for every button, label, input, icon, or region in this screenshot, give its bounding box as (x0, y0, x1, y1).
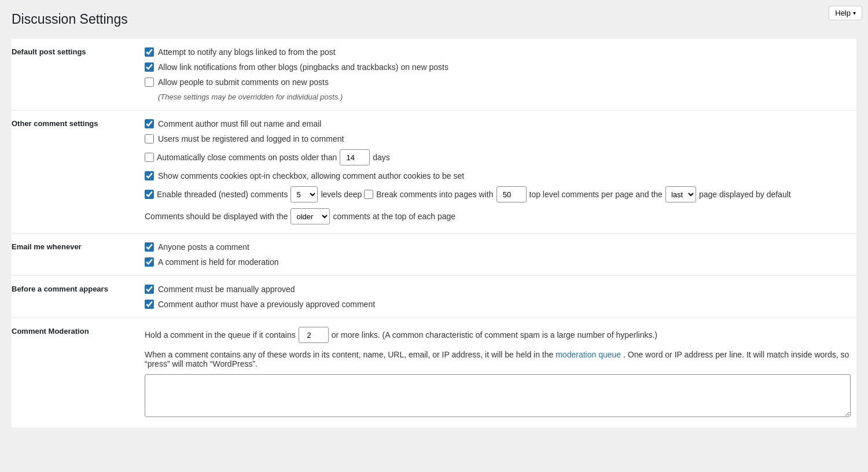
manually-approved-label: Comment must be manually approved (158, 285, 295, 294)
other-comment-settings-row: Other comment settings Comment author mu… (12, 110, 856, 234)
words-description-before: When a comment contains any of these wor… (145, 350, 553, 359)
help-button[interactable]: Help ▾ (829, 6, 862, 20)
cookies-opt-in-row: Show comments cookies opt-in checkbox, a… (145, 171, 851, 180)
cookies-opt-in-label: Show comments cookies opt-in checkbox, a… (158, 171, 464, 180)
threaded-comments-depth-select[interactable]: 12345678910 (290, 186, 318, 202)
previously-approved-row: Comment author must have a previously ap… (145, 300, 851, 309)
hold-label-after: or more links. (A common characteristic … (332, 330, 657, 340)
attempt-notify-label: Attempt to notify any blogs linked to fr… (158, 47, 336, 57)
break-pages-checkbox[interactable] (364, 190, 373, 199)
chevron-down-icon: ▾ (853, 10, 856, 16)
display-order-label-before: Comments should be displayed with the (145, 212, 288, 221)
break-pages-count-input[interactable] (496, 186, 527, 202)
page-title: Discussion Settings (12, 12, 856, 27)
display-order-label-after: comments at the top of each page (333, 212, 455, 221)
threaded-comments-row: Enable threaded (nested) comments 123456… (145, 186, 362, 202)
break-pages-order-select[interactable]: firstlast (665, 186, 696, 202)
allow-comments-row: Allow people to submit comments on new p… (145, 78, 851, 87)
attempt-notify-checkbox[interactable] (145, 47, 154, 57)
previously-approved-label: Comment author must have a previously ap… (158, 300, 375, 309)
registered-logged-in-label: Users must be registered and logged in t… (158, 134, 344, 143)
break-pages-label-after: page displayed by default (699, 190, 791, 199)
manually-approved-row: Comment must be manually approved (145, 285, 851, 294)
allow-link-notifications-label: Allow link notifications from other blog… (158, 62, 448, 72)
registered-logged-in-row: Users must be registered and logged in t… (145, 134, 851, 143)
auto-close-label-after: days (373, 153, 390, 162)
comment-moderation-content: Hold a comment in the queue if it contai… (139, 318, 856, 428)
email-me-whenever-label: Email me whenever (12, 234, 139, 276)
default-post-settings-note: (These settings may be overridden for in… (158, 93, 851, 101)
auto-close-label-before: Automatically close comments on posts ol… (157, 153, 337, 162)
author-fill-name-row: Comment author must fill out name and em… (145, 119, 851, 128)
anyone-posts-checkbox[interactable] (145, 242, 154, 252)
registered-logged-in-checkbox[interactable] (145, 134, 154, 143)
moderation-words-textarea[interactable] (145, 374, 851, 417)
display-order-select[interactable]: oldernewer (290, 208, 330, 224)
author-fill-name-label: Comment author must fill out name and em… (158, 119, 321, 128)
email-me-whenever-content: Anyone posts a comment A comment is held… (139, 234, 856, 276)
held-for-moderation-label: A comment is held for moderation (158, 257, 279, 267)
threaded-comments-label-after: levels deep (321, 190, 362, 199)
default-post-settings-label: Default post settings (12, 39, 139, 110)
comment-moderation-row: Comment Moderation Hold a comment in the… (12, 318, 856, 428)
default-post-settings-row: Default post settings Attempt to notify … (12, 39, 856, 110)
before-comment-appears-row: Before a comment appears Comment must be… (12, 276, 856, 318)
hold-links-count-input[interactable] (299, 327, 329, 343)
hold-queue-row: Hold a comment in the queue if it contai… (145, 327, 851, 343)
allow-link-notifications-checkbox[interactable] (145, 62, 154, 72)
comment-moderation-label: Comment Moderation (12, 318, 139, 428)
settings-table: Default post settings Attempt to notify … (12, 39, 856, 427)
help-label: Help (835, 9, 851, 17)
allow-comments-label: Allow people to submit comments on new p… (158, 78, 329, 87)
before-comment-appears-content: Comment must be manually approved Commen… (139, 276, 856, 318)
held-for-moderation-row: A comment is held for moderation (145, 257, 851, 267)
cookies-opt-in-checkbox[interactable] (145, 171, 154, 180)
break-pages-middle-text: top level comments per page and the (529, 190, 663, 199)
before-comment-appears-label: Before a comment appears (12, 276, 139, 318)
allow-comments-checkbox[interactable] (145, 78, 154, 87)
display-order-row: Comments should be displayed with the ol… (145, 208, 455, 224)
attempt-notify-row: Attempt to notify any blogs linked to fr… (145, 47, 851, 57)
auto-close-row: Automatically close comments on posts ol… (145, 149, 390, 165)
email-me-whenever-row: Email me whenever Anyone posts a comment… (12, 234, 856, 276)
auto-close-days-input[interactable] (340, 149, 370, 165)
auto-close-checkbox[interactable] (145, 153, 154, 162)
allow-link-notifications-row: Allow link notifications from other blog… (145, 62, 851, 72)
other-comment-settings-content: Comment author must fill out name and em… (139, 110, 856, 234)
threaded-comments-label-before: Enable threaded (nested) comments (157, 190, 288, 199)
page-wrap: Help ▾ Discussion Settings Default post … (0, 0, 868, 439)
hold-label-before: Hold a comment in the queue if it contai… (145, 330, 296, 340)
manually-approved-checkbox[interactable] (145, 285, 154, 294)
words-description: When a comment contains any of these wor… (145, 350, 851, 368)
threaded-comments-checkbox[interactable] (145, 190, 154, 199)
author-fill-name-checkbox[interactable] (145, 119, 154, 128)
other-comment-settings-label: Other comment settings (12, 110, 139, 234)
anyone-posts-label: Anyone posts a comment (158, 242, 249, 252)
anyone-posts-row: Anyone posts a comment (145, 242, 851, 252)
break-pages-row: Break comments into pages with top level… (364, 186, 791, 202)
break-pages-label-before: Break comments into pages with (376, 190, 493, 199)
moderation-queue-link[interactable]: moderation queue (556, 350, 621, 359)
previously-approved-checkbox[interactable] (145, 300, 154, 309)
held-for-moderation-checkbox[interactable] (145, 257, 154, 267)
default-post-settings-content: Attempt to notify any blogs linked to fr… (139, 39, 856, 110)
